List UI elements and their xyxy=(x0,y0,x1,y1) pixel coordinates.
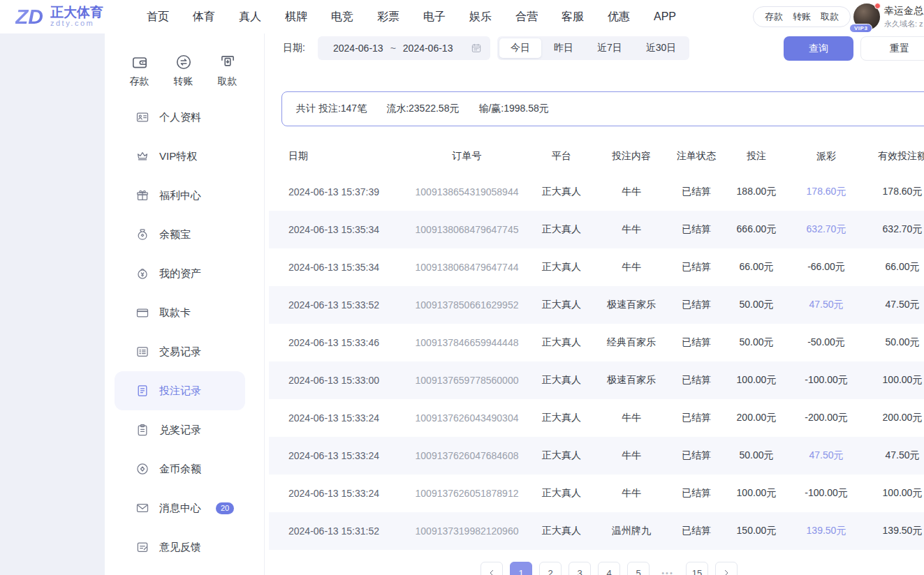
cell-date: 2024-06-13 15:35:34 xyxy=(269,262,409,273)
pagination-page-15[interactable]: 15 xyxy=(686,562,708,575)
sidebar-item-余额宝[interactable]: 余额宝 xyxy=(115,215,245,254)
pagination-next-button[interactable] xyxy=(715,562,738,575)
cell-payout: -200.00元 xyxy=(785,412,867,424)
cell-payout: -100.00元 xyxy=(785,374,867,387)
nav-item-体育[interactable]: 体育 xyxy=(193,10,215,24)
date-start-value: 2024-06-13 xyxy=(333,43,383,54)
wallet-action-存款[interactable]: 存款 xyxy=(765,10,783,23)
pagination-prev-button[interactable] xyxy=(481,562,503,575)
sidebar-item-兑奖记录[interactable]: 兑奖记录 xyxy=(115,410,245,449)
cell-order-no: 1009137846659944448 xyxy=(409,337,525,348)
table-row: 2024-06-13 15:33:241009137626047684608正大… xyxy=(269,437,924,475)
cell-status: 已结算 xyxy=(665,374,728,387)
nav-item-棋牌[interactable]: 棋牌 xyxy=(285,10,307,24)
nav-item-真人[interactable]: 真人 xyxy=(239,10,261,24)
sidebar-item-个人资料[interactable]: 个人资料 xyxy=(115,98,245,137)
withdraw-icon xyxy=(219,53,237,71)
cell-valid-amount: 178.60元 xyxy=(867,186,924,198)
sidebar-item-label: 取款卡 xyxy=(159,306,191,320)
cell-valid-amount: 139.50元 xyxy=(867,525,924,537)
date-range-input[interactable]: 2024-06-13 ~ 2024-06-13 xyxy=(318,36,490,60)
logo-mark-icon: ZD xyxy=(15,3,43,31)
quick-action-取款[interactable]: 取款 xyxy=(218,53,237,88)
reset-button[interactable]: 重置 xyxy=(860,36,924,61)
site-domain: zdty.com xyxy=(50,20,103,28)
sidebar-item-label: 余额宝 xyxy=(159,228,191,241)
table-row: 2024-06-13 15:37:391009138654319058944正大… xyxy=(269,173,924,211)
range-button-近30日[interactable]: 近30日 xyxy=(635,38,688,58)
pagination-page-5[interactable]: 5 xyxy=(627,562,650,575)
nav-item-电子[interactable]: 电子 xyxy=(423,10,446,24)
cell-platform: 正大真人 xyxy=(525,336,598,349)
cell-bet-content: 经典百家乐 xyxy=(598,336,665,349)
sidebar-item-交易记录[interactable]: 交易记录 xyxy=(115,332,245,371)
cell-platform: 正大真人 xyxy=(525,374,598,387)
sidebar-item-VIP特权[interactable]: VIP特权 xyxy=(115,137,245,176)
sidebar-item-我的资产[interactable]: 我的资产 xyxy=(115,254,245,293)
cell-valid-amount: 100.00元 xyxy=(867,487,924,500)
column-header-订单号: 订单号 xyxy=(409,150,525,163)
cell-platform: 正大真人 xyxy=(525,525,598,537)
cell-platform: 正大真人 xyxy=(525,186,598,198)
nav-item-优惠[interactable]: 优惠 xyxy=(608,10,630,24)
sidebar-item-label: 投注记录 xyxy=(159,384,201,398)
cell-bet-amount: 666.00元 xyxy=(728,223,785,236)
cell-platform: 正大真人 xyxy=(525,449,598,462)
cell-status: 已结算 xyxy=(665,449,728,462)
sidebar-item-投注记录[interactable]: 投注记录 xyxy=(115,371,245,410)
wallet-action-转账[interactable]: 转账 xyxy=(793,10,811,23)
nav-item-APP[interactable]: APP xyxy=(654,10,676,23)
nav-item-娱乐[interactable]: 娱乐 xyxy=(469,10,492,24)
cell-bet-amount: 100.00元 xyxy=(728,374,785,387)
sidebar-menu: 个人资料VIP特权福利中心余额宝我的资产取款卡交易记录投注记录兑奖记录金币余额消… xyxy=(105,98,262,567)
cell-order-no: 1009137319982120960 xyxy=(409,525,525,537)
nav-item-首页[interactable]: 首页 xyxy=(147,10,169,24)
summary-stat: 输/赢:1998.58元 xyxy=(478,103,548,115)
nav-item-客服[interactable]: 客服 xyxy=(562,10,584,24)
user-avatar[interactable]: VIP3 xyxy=(853,3,880,30)
username[interactable]: 幸运金总 xyxy=(884,5,923,17)
site-name: 正大体育 xyxy=(50,6,103,20)
sidebar-item-取款卡[interactable]: 取款卡 xyxy=(115,293,245,332)
nav-item-合营[interactable]: 合营 xyxy=(515,10,538,24)
pagination-page-4[interactable]: 4 xyxy=(598,562,620,575)
cell-bet-amount: 50.00元 xyxy=(728,299,785,311)
chevron-left-icon xyxy=(486,567,497,575)
sidebar-item-福利中心[interactable]: 福利中心 xyxy=(115,176,245,215)
pagination-page-1[interactable]: 1 xyxy=(510,562,532,575)
summary-stat: 流水:23522.58元 xyxy=(386,103,459,115)
cell-date: 2024-06-13 15:33:46 xyxy=(269,337,409,348)
cell-bet-content: 温州牌九 xyxy=(598,525,665,537)
cell-order-no: 1009137626051878912 xyxy=(409,488,525,499)
range-button-昨日[interactable]: 昨日 xyxy=(543,38,585,58)
search-button[interactable]: 查询 xyxy=(784,36,853,61)
table-header-row: 日期订单号平台投注内容注单状态投注派彩有效投注额 xyxy=(269,140,924,173)
sidebar-item-意见反馈[interactable]: 意见反馈 xyxy=(115,528,245,567)
sidebar-item-金币余额[interactable]: 金币余额 xyxy=(115,449,245,488)
nav-item-彩票[interactable]: 彩票 xyxy=(377,10,399,24)
range-button-今日[interactable]: 今日 xyxy=(499,38,541,58)
cell-order-no: 1009138068479647744 xyxy=(409,262,525,273)
date-separator: ~ xyxy=(390,43,396,54)
cell-status: 已结算 xyxy=(665,186,728,198)
quick-action-label: 转账 xyxy=(174,75,193,88)
cell-platform: 正大真人 xyxy=(525,412,598,424)
wallet-actions-pill: 存款转账取款 xyxy=(753,6,851,27)
cell-order-no: 1009137659778560000 xyxy=(409,375,525,386)
nav-item-电竞[interactable]: 电竞 xyxy=(331,10,353,24)
cell-bet-content: 牛牛 xyxy=(598,449,665,462)
feedback-icon xyxy=(135,540,149,554)
cell-platform: 正大真人 xyxy=(525,261,598,274)
range-button-近7日[interactable]: 近7日 xyxy=(586,38,633,58)
sidebar-item-消息中心[interactable]: 消息中心20 xyxy=(115,488,245,528)
pagination-page-2[interactable]: 2 xyxy=(539,562,562,575)
cell-status: 已结算 xyxy=(665,299,728,311)
cell-bet-content: 极速百家乐 xyxy=(598,374,665,387)
wallet-action-取款[interactable]: 取款 xyxy=(821,10,839,23)
cell-bet-amount: 188.00元 xyxy=(728,186,785,198)
site-logo[interactable]: ZD 正大体育 zdty.com xyxy=(15,3,103,31)
quick-action-存款[interactable]: 存款 xyxy=(130,53,149,88)
quick-action-转账[interactable]: 转账 xyxy=(174,53,193,88)
calendar-icon[interactable] xyxy=(471,43,482,54)
pagination-page-3[interactable]: 3 xyxy=(569,562,591,575)
